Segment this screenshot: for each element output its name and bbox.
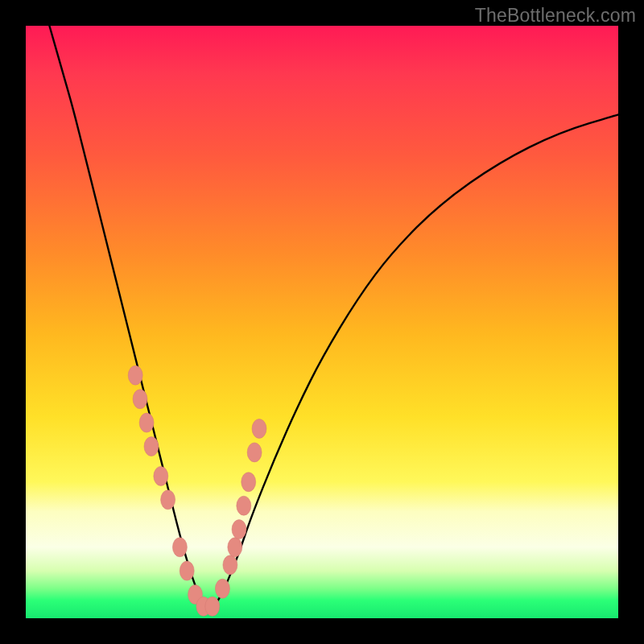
sample-dot: [172, 538, 187, 557]
sample-dot: [133, 390, 147, 409]
sample-dot: [242, 473, 256, 492]
sample-dot: [139, 413, 154, 432]
sample-dot: [228, 538, 242, 557]
bottleneck-curve: [49, 26, 618, 606]
plot-area: [26, 26, 618, 618]
sample-dots-group: [128, 365, 266, 616]
sample-dot: [161, 490, 175, 510]
sample-dot: [205, 597, 220, 616]
sample-dot: [237, 496, 251, 515]
sample-dot: [180, 561, 194, 580]
watermark-text: TheBottleneck.com: [475, 5, 636, 27]
bottleneck-curve-svg: [26, 26, 618, 618]
sample-dot: [223, 555, 237, 575]
sample-dot: [144, 437, 159, 456]
sample-dot: [128, 365, 142, 385]
sample-dot: [247, 443, 262, 462]
chart-frame: TheBottleneck.com: [0, 0, 644, 644]
sample-dot: [252, 419, 266, 439]
sample-dot: [232, 520, 246, 539]
sample-dot: [215, 579, 229, 598]
sample-dot: [154, 466, 168, 485]
